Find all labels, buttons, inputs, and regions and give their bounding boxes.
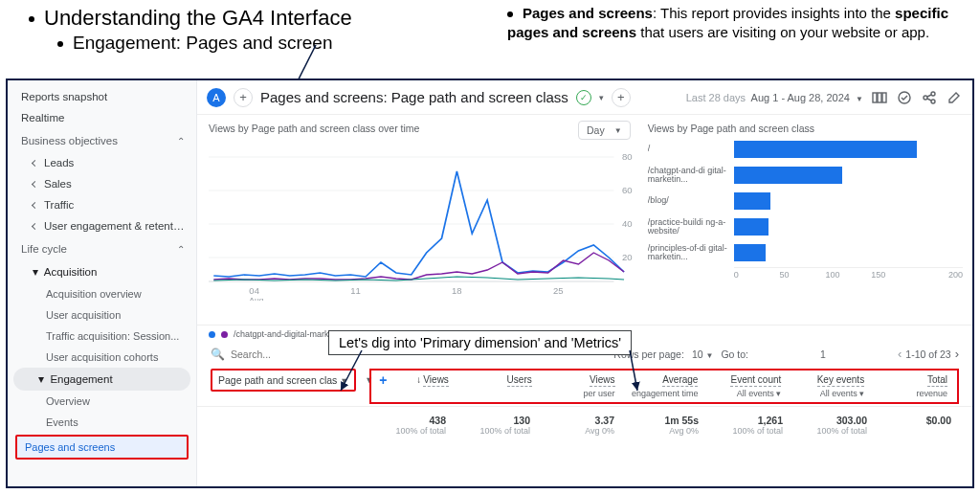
sidebar-item-reports-snapshot[interactable]: Reports snapshot [8,86,196,107]
granularity-selector[interactable]: Day▼ [578,121,631,140]
sidebar-item-eng-overview[interactable]: Overview [8,391,196,412]
report-header: A + Pages and screens: Page path and scr… [197,80,972,115]
avatar[interactable]: A [207,88,226,107]
search-icon: 🔍 [211,348,225,361]
sidebar-item-traffic[interactable]: Traffic [8,194,196,215]
column-header[interactable]: Totalrevenue [872,372,955,400]
chevron-down-icon: ▼ [856,95,863,103]
sidebar-section-lifecycle[interactable]: Life cycle⌃ [8,236,196,260]
customize-report-icon[interactable] [871,90,888,105]
bar-label: /principles-of-di gital-marketin... [648,244,734,262]
bar-row[interactable]: /principles-of-di gital-marketin... [648,241,963,264]
rows-per-page-selector[interactable]: 10 ▼ [692,348,714,360]
sidebar-item-user-acq[interactable]: User acquisition [8,304,196,326]
total-cell: 438100% of total [369,413,454,438]
next-page-button[interactable]: › [955,347,959,361]
svg-text:25: 25 [553,286,564,296]
insights-icon[interactable] [896,90,913,105]
edit-icon[interactable] [946,90,963,105]
total-cell: 1m 55sAvg 0% [622,413,706,438]
bar-chart: //chatgpt-and-di gital-marketin.../blog/… [648,138,963,264]
bullet-right: Pages and screens: This report provides … [507,4,967,43]
sidebar-item-pages-screens[interactable]: Pages and screens [17,437,187,458]
chevron-down-icon: ▼ [705,351,713,360]
svg-point-5 [924,96,927,100]
svg-text:04: 04 [249,286,259,296]
add-comparison-button[interactable]: + [234,88,253,107]
chevron-right-icon [32,181,38,188]
column-header[interactable]: Users [457,372,540,400]
total-cell: 130100% of total [454,413,538,438]
bar-chart-title: Views by Page path and screen class [648,123,963,134]
table-header-row: Page path and screen clas▼ ▼ + ↓ViewsUse… [197,365,972,407]
legend-dot-icon [209,331,215,338]
legend-dot-icon [221,331,228,338]
ga4-screenshot: Reports snapshot Realtime Business objec… [6,79,974,488]
sidebar-item-eng-events[interactable]: Events [8,412,196,433]
share-icon[interactable] [921,90,938,105]
annotation-callout: Let's dig into 'Primary dimension' and '… [328,330,632,355]
svg-line-8 [927,95,931,97]
bar-row[interactable]: /practice-buildi ng-a-website/ [648,215,963,238]
column-header[interactable]: Averageengagement time [623,372,706,400]
svg-text:20: 20 [622,253,633,262]
prev-page-button[interactable]: ‹ [898,347,902,361]
table-totals-row: 438100% of total130100% of total3.37Avg … [197,407,972,438]
total-cell: 3.37Avg 0% [538,413,622,438]
chevron-right-icon [32,223,38,230]
primary-dimension-selector[interactable]: Page path and screen clas▼ [211,369,356,392]
sidebar-item-sales[interactable]: Sales [8,173,196,194]
svg-rect-1 [873,93,877,102]
column-header[interactable]: Key eventsAll events ▾ [789,372,872,400]
line-chart-card: Views by Page path and screen class over… [197,115,644,325]
total-cell: $0.00 [875,413,959,438]
svg-text:11: 11 [350,286,361,296]
svg-text:18: 18 [452,286,462,296]
chevron-down-icon: ▼ [340,376,348,386]
chevron-up-icon: ⌃ [177,244,185,255]
bar-label: /chatgpt-and-di gital-marketin... [648,167,734,185]
svg-text:60: 60 [622,186,633,195]
svg-text:Aug: Aug [249,296,263,301]
total-cell: 1,261100% of total [706,413,791,438]
sidebar-section-business[interactable]: Business objectives⌃ [8,128,196,152]
bar-label: /blog/ [648,196,734,205]
bar-row[interactable]: /blog/ [648,190,963,213]
sidebar-item-acquisition[interactable]: ▾ Acquisition [8,260,196,283]
sidebar-item-realtime[interactable]: Realtime [8,107,196,128]
bar-row[interactable]: / [648,138,963,161]
sidebar-item-user-acq-cohorts[interactable]: User acquisition cohorts [8,347,196,368]
sidebar-item-leads[interactable]: Leads [8,152,196,173]
check-icon[interactable]: ✓ [576,90,591,105]
sidebar: Reports snapshot Realtime Business objec… [8,80,197,486]
svg-point-6 [931,92,935,96]
chevron-right-icon [32,160,38,167]
highlight-pages-screens: Pages and screens [15,435,189,460]
chevron-down-icon[interactable]: ▾ [599,93,604,102]
sidebar-item-traffic-acq[interactable]: Traffic acquisition: Session... [8,326,196,347]
sidebar-item-engagement[interactable]: ▾ Engagement [13,368,190,391]
sidebar-item-acq-overview[interactable]: Acquisition overview [8,283,196,304]
page-range: 1-10 of 23 [905,348,950,360]
bar-row[interactable]: /chatgpt-and-di gital-marketin... [648,164,963,187]
add-filter-button[interactable]: + [612,88,631,107]
total-cell: 303.00100% of total [791,413,875,438]
svg-rect-2 [878,93,881,102]
svg-line-9 [927,99,931,101]
column-header[interactable]: Event countAll events ▾ [705,372,789,400]
goto-input[interactable] [756,348,890,361]
svg-text:80: 80 [622,152,633,162]
column-header[interactable]: Viewsper user [540,372,623,400]
line-chart: 80 60 40 20 04 Aug 11 18 25 [209,138,635,301]
bar-label: /practice-buildi ng-a-website/ [648,218,734,236]
bullet-sub: Engagement: Pages and screen [57,33,332,54]
sidebar-item-engagement-retention[interactable]: User engagement & retention [8,215,196,236]
chevron-down-icon: ▼ [614,126,622,135]
date-range-picker[interactable]: Last 28 days Aug 1 - Aug 28, 2024 ▼ [686,92,863,103]
column-header[interactable]: ↓Views [373,372,457,400]
chevron-up-icon: ⌃ [177,136,185,146]
svg-point-7 [931,100,935,103]
line-chart-title: Views by Page path and screen class over… [209,123,635,134]
svg-rect-3 [882,93,886,102]
svg-point-4 [899,92,910,103]
